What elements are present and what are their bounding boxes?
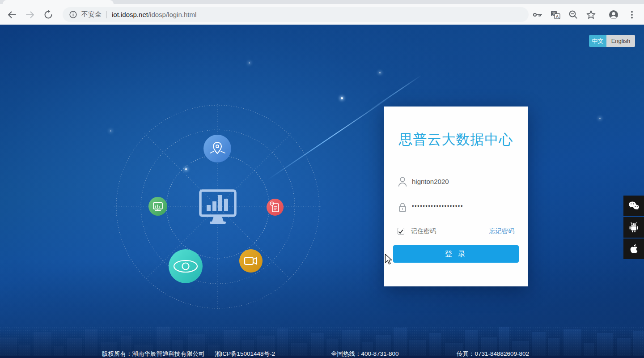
password-value[interactable]: ••••••••••••••••••• (412, 203, 463, 209)
screen: 不安全 iot.idosp.net /idosp/login.html 文 A (0, 0, 644, 358)
translate-button[interactable]: 文 A (550, 9, 561, 20)
zoom-out-button[interactable] (568, 9, 579, 20)
url-path[interactable]: /idosp/login.html (148, 11, 196, 18)
device-monitor-icon[interactable] (148, 197, 167, 216)
key-icon (532, 9, 543, 20)
lang-english-button[interactable]: English (606, 35, 635, 47)
lang-chinese-button[interactable]: 中文 (589, 35, 606, 47)
android-button[interactable] (623, 217, 644, 238)
page-footer: 版权所有：湖南华辰智通科技有限公司 湘ICP备15001448号-2 全国热线：… (0, 350, 644, 358)
back-icon (7, 9, 17, 20)
user-icon (397, 175, 408, 188)
wechat-icon (628, 200, 640, 211)
forward-button[interactable] (25, 9, 35, 20)
star-icon (586, 9, 597, 20)
zoom-out-icon (568, 9, 579, 20)
login-button[interactable]: 登 录 (393, 245, 519, 263)
mouse-cursor (385, 254, 394, 265)
icp-number: 湘ICP备15001448号-2 (215, 350, 275, 358)
map-location-icon[interactable] (203, 135, 231, 162)
remember-label[interactable]: 记住密码 (411, 227, 436, 235)
menu-dots-icon (627, 9, 637, 20)
star-dot (379, 72, 381, 73)
username-value[interactable]: hignton2020 (412, 178, 449, 185)
reload-icon (43, 9, 54, 20)
check-icon (398, 229, 403, 234)
url-separator (106, 11, 107, 18)
social-rail (623, 196, 644, 259)
lock-icon (397, 201, 408, 213)
remember-checkbox[interactable] (398, 228, 404, 234)
fax-text: 传真：0731-84882609-802 (457, 350, 529, 358)
active-tab[interactable] (3, 0, 114, 4)
username-field[interactable]: hignton2020 (393, 169, 519, 194)
info-icon (69, 10, 77, 19)
language-toggle: 中文 English (589, 35, 635, 47)
url-host[interactable]: iot.idosp.net (112, 11, 148, 18)
svg-text:A: A (556, 14, 559, 19)
page-title: 思普云大数据中心 (384, 130, 528, 149)
options-row: 记住密码 忘记密码 (393, 226, 519, 237)
login-card: 思普云大数据中心 hignton2020 •••••••••••••••••••… (384, 107, 528, 286)
copyright-text: 版权所有：湖南华辰智通科技有限公司 (102, 350, 205, 358)
profile-button[interactable] (608, 9, 619, 20)
video-camera-icon[interactable] (239, 249, 263, 273)
translate-icon: 文 A (550, 9, 561, 20)
forgot-password-link[interactable]: 忘记密码 (489, 227, 514, 235)
star-dot (341, 97, 343, 99)
browser-menu-button[interactable] (627, 9, 637, 20)
tab-strip (0, 0, 644, 4)
star-dot (249, 62, 250, 64)
star-dot (599, 118, 601, 119)
apple-button[interactable] (623, 239, 644, 259)
report-document-icon[interactable] (267, 199, 284, 216)
forward-icon (25, 9, 35, 20)
apple-icon (628, 243, 639, 255)
address-bar[interactable]: 不安全 iot.idosp.net /idosp/login.html (63, 7, 529, 22)
browser-chrome: 不安全 iot.idosp.net /idosp/login.html 文 A (0, 0, 644, 25)
iot-orbit-diagram (102, 101, 334, 315)
reload-button[interactable] (43, 9, 54, 20)
hotline-text: 全国热线：400-8731-800 (331, 350, 399, 358)
android-icon (628, 222, 639, 233)
security-label[interactable]: 不安全 (81, 10, 102, 19)
password-field[interactable]: ••••••••••••••••••• (393, 195, 519, 220)
avatar-icon (608, 9, 619, 20)
key-button[interactable] (532, 9, 543, 20)
eye-monitoring-icon[interactable] (169, 249, 203, 283)
login-page: 中文 English 思普云大数据中心 hignton2020 ••••••••… (0, 25, 644, 358)
wechat-button[interactable] (623, 196, 644, 216)
bookmark-button[interactable] (586, 9, 597, 20)
back-button[interactable] (7, 9, 17, 20)
